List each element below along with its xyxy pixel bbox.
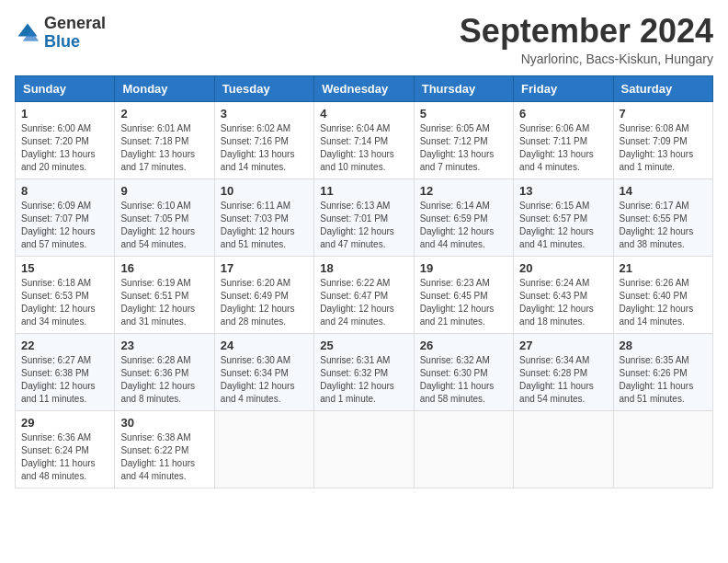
day-number: 6 [519, 107, 607, 121]
calendar-cell: 24 Sunrise: 6:30 AM Sunset: 6:34 PM Dayl… [214, 334, 313, 411]
logo-icon [15, 20, 40, 46]
day-info: Sunrise: 6:14 AM Sunset: 6:59 PM Dayligh… [420, 200, 507, 251]
day-number: 19 [420, 261, 507, 275]
day-info: Sunrise: 6:30 AM Sunset: 6:34 PM Dayligh… [221, 354, 308, 406]
calendar-cell: 25 Sunrise: 6:31 AM Sunset: 6:32 PM Dayl… [314, 334, 414, 411]
day-info: Sunrise: 6:35 AM Sunset: 6:26 PM Dayligh… [620, 354, 707, 406]
weekday-header-saturday: Saturday [613, 76, 712, 102]
day-info: Sunrise: 6:28 AM Sunset: 6:36 PM Dayligh… [120, 354, 208, 406]
day-number: 28 [620, 339, 707, 352]
day-number: 22 [21, 339, 108, 352]
day-info: Sunrise: 6:26 AM Sunset: 6:40 PM Dayligh… [620, 277, 707, 328]
calendar-cell: 17 Sunrise: 6:20 AM Sunset: 6:49 PM Dayl… [214, 257, 313, 334]
logo: General Blue [15, 15, 106, 52]
day-number: 10 [221, 184, 308, 198]
calendar-cell: 7 Sunrise: 6:08 AM Sunset: 7:09 PM Dayli… [613, 102, 712, 179]
calendar-body: 1 Sunrise: 6:00 AM Sunset: 7:20 PM Dayli… [16, 102, 713, 488]
calendar-cell: 22 Sunrise: 6:27 AM Sunset: 6:38 PM Dayl… [16, 334, 115, 411]
day-info: Sunrise: 6:01 AM Sunset: 7:18 PM Dayligh… [120, 122, 208, 174]
day-info: Sunrise: 6:23 AM Sunset: 6:45 PM Dayligh… [420, 277, 507, 328]
title-area: September 2024 Nyarlorinc, Bacs-Kiskun, … [460, 15, 713, 66]
day-info: Sunrise: 6:10 AM Sunset: 7:05 PM Dayligh… [120, 200, 208, 251]
weekday-header-friday: Friday [514, 76, 613, 102]
day-info: Sunrise: 6:05 AM Sunset: 7:12 PM Dayligh… [420, 122, 507, 174]
calendar-cell: 9 Sunrise: 6:10 AM Sunset: 7:05 PM Dayli… [115, 179, 214, 257]
day-info: Sunrise: 6:13 AM Sunset: 7:01 PM Dayligh… [320, 200, 407, 251]
calendar-week-row: 1 Sunrise: 6:00 AM Sunset: 7:20 PM Dayli… [16, 102, 713, 179]
day-info: Sunrise: 6:04 AM Sunset: 7:14 PM Dayligh… [320, 122, 407, 174]
day-number: 24 [221, 339, 308, 352]
calendar-cell: 2 Sunrise: 6:01 AM Sunset: 7:18 PM Dayli… [115, 102, 214, 179]
day-number: 17 [221, 261, 308, 275]
calendar-cell: 8 Sunrise: 6:09 AM Sunset: 7:07 PM Dayli… [16, 179, 115, 257]
day-number: 23 [120, 339, 208, 352]
day-info: Sunrise: 6:34 AM Sunset: 6:28 PM Dayligh… [519, 354, 607, 406]
day-number: 29 [21, 416, 108, 430]
weekday-header-thursday: Thursday [414, 76, 513, 102]
calendar-cell: 14 Sunrise: 6:17 AM Sunset: 6:55 PM Dayl… [613, 179, 712, 257]
day-number: 3 [221, 107, 308, 121]
calendar-cell: 6 Sunrise: 6:06 AM Sunset: 7:11 PM Dayli… [514, 102, 613, 179]
day-number: 1 [21, 107, 108, 121]
day-info: Sunrise: 6:06 AM Sunset: 7:11 PM Dayligh… [519, 122, 607, 174]
calendar-cell: 11 Sunrise: 6:13 AM Sunset: 7:01 PM Dayl… [314, 179, 414, 257]
day-info: Sunrise: 6:02 AM Sunset: 7:16 PM Dayligh… [221, 122, 308, 174]
day-info: Sunrise: 6:31 AM Sunset: 6:32 PM Dayligh… [320, 354, 407, 406]
location-subtitle: Nyarlorinc, Bacs-Kiskun, Hungary [460, 52, 713, 66]
day-number: 13 [519, 184, 607, 198]
calendar-cell: 19 Sunrise: 6:23 AM Sunset: 6:45 PM Dayl… [414, 257, 513, 334]
day-number: 12 [420, 184, 507, 198]
day-number: 7 [620, 107, 707, 121]
calendar-cell: 28 Sunrise: 6:35 AM Sunset: 6:26 PM Dayl… [613, 334, 712, 411]
day-number: 21 [620, 261, 707, 275]
calendar-table: SundayMondayTuesdayWednesdayThursdayFrid… [15, 75, 713, 488]
logo-general-text: General [44, 14, 106, 32]
day-number: 25 [320, 339, 407, 352]
day-info: Sunrise: 6:17 AM Sunset: 6:55 PM Dayligh… [620, 200, 707, 251]
day-info: Sunrise: 6:32 AM Sunset: 6:30 PM Dayligh… [420, 354, 507, 406]
header: General Blue September 2024 Nyarlorinc, … [15, 15, 713, 66]
day-number: 26 [420, 339, 507, 352]
calendar-cell: 13 Sunrise: 6:15 AM Sunset: 6:57 PM Dayl… [514, 179, 613, 257]
calendar-cell: 4 Sunrise: 6:04 AM Sunset: 7:14 PM Dayli… [314, 102, 414, 179]
calendar-cell: 23 Sunrise: 6:28 AM Sunset: 6:36 PM Dayl… [115, 334, 214, 411]
day-number: 2 [120, 107, 208, 121]
day-info: Sunrise: 6:24 AM Sunset: 6:43 PM Dayligh… [519, 277, 607, 328]
calendar-week-row: 22 Sunrise: 6:27 AM Sunset: 6:38 PM Dayl… [16, 334, 713, 411]
calendar-cell: 12 Sunrise: 6:14 AM Sunset: 6:59 PM Dayl… [414, 179, 513, 257]
calendar-header-row: SundayMondayTuesdayWednesdayThursdayFrid… [16, 76, 713, 102]
day-info: Sunrise: 6:36 AM Sunset: 6:24 PM Dayligh… [21, 431, 108, 483]
day-number: 8 [21, 184, 108, 198]
logo-blue-text: Blue [44, 32, 80, 51]
calendar-week-row: 8 Sunrise: 6:09 AM Sunset: 7:07 PM Dayli… [16, 179, 713, 257]
day-number: 14 [620, 184, 707, 198]
calendar-cell: 5 Sunrise: 6:05 AM Sunset: 7:12 PM Dayli… [414, 102, 513, 179]
calendar-cell [514, 411, 613, 488]
calendar-cell: 21 Sunrise: 6:26 AM Sunset: 6:40 PM Dayl… [613, 257, 712, 334]
weekday-header-wednesday: Wednesday [314, 76, 414, 102]
calendar-cell [414, 411, 513, 488]
day-number: 20 [519, 261, 607, 275]
day-number: 5 [420, 107, 507, 121]
day-info: Sunrise: 6:22 AM Sunset: 6:47 PM Dayligh… [320, 277, 407, 328]
calendar-cell [214, 411, 313, 488]
day-info: Sunrise: 6:09 AM Sunset: 7:07 PM Dayligh… [21, 200, 108, 251]
day-info: Sunrise: 6:19 AM Sunset: 6:51 PM Dayligh… [120, 277, 208, 328]
day-number: 9 [120, 184, 208, 198]
calendar-cell [314, 411, 414, 488]
calendar-cell: 29 Sunrise: 6:36 AM Sunset: 6:24 PM Dayl… [16, 411, 115, 488]
day-number: 4 [320, 107, 407, 121]
month-title: September 2024 [460, 15, 713, 48]
calendar-cell: 15 Sunrise: 6:18 AM Sunset: 6:53 PM Dayl… [16, 257, 115, 334]
day-info: Sunrise: 6:38 AM Sunset: 6:22 PM Dayligh… [120, 431, 208, 483]
calendar-week-row: 15 Sunrise: 6:18 AM Sunset: 6:53 PM Dayl… [16, 257, 713, 334]
day-info: Sunrise: 6:11 AM Sunset: 7:03 PM Dayligh… [221, 200, 308, 251]
calendar-cell: 16 Sunrise: 6:19 AM Sunset: 6:51 PM Dayl… [115, 257, 214, 334]
weekday-header-sunday: Sunday [16, 76, 115, 102]
day-info: Sunrise: 6:00 AM Sunset: 7:20 PM Dayligh… [21, 122, 108, 174]
day-info: Sunrise: 6:27 AM Sunset: 6:38 PM Dayligh… [21, 354, 108, 406]
calendar-cell: 1 Sunrise: 6:00 AM Sunset: 7:20 PM Dayli… [16, 102, 115, 179]
calendar-cell: 3 Sunrise: 6:02 AM Sunset: 7:16 PM Dayli… [214, 102, 313, 179]
calendar-cell: 18 Sunrise: 6:22 AM Sunset: 6:47 PM Dayl… [314, 257, 414, 334]
weekday-header-tuesday: Tuesday [214, 76, 313, 102]
